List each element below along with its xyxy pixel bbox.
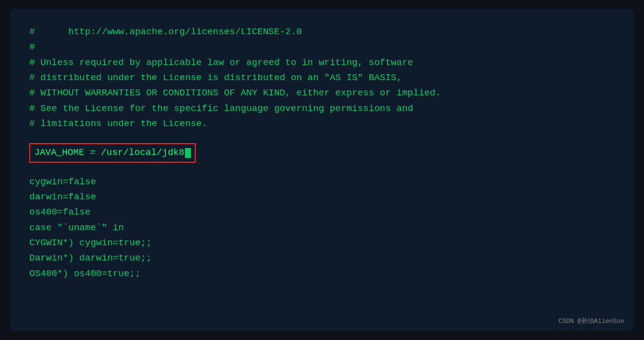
code-bottom-line-5: CYGWIN*) cygwin=true;; [29,235,615,251]
code-bottom-line-7: OS400*) os400=true;; [29,266,615,281]
code-line-1: # http://www.apache.org/licenses/LICENSE… [29,24,615,40]
code-content: # http://www.apache.org/licenses/LICENSE… [29,24,615,281]
cursor-block [185,148,191,158]
java-home-text: JAVA_HOME = /usr/local/jdk8 [34,147,184,158]
code-bottom-line-2: darwin=false [29,190,615,205]
code-line-4: # distributed under the License is distr… [29,70,615,85]
terminal-window: # http://www.apache.org/licenses/LICENSE… [10,9,634,331]
code-line-7: # limitations under the License. [29,116,615,131]
code-bottom-line-3: os400=false [29,205,615,220]
watermark-text: CSDN @孙治AllenSun [559,317,624,325]
code-line-3: # Unless required by applicable law or a… [29,55,615,70]
code-line-6: # See the License for the specific langu… [29,101,615,116]
code-bottom-line-6: Darwin*) darwin=true;; [29,251,615,266]
java-home-line[interactable]: JAVA_HOME = /usr/local/jdk8 [29,143,196,162]
code-line-5: # WITHOUT WARRANTIES OR CONDITIONS OF AN… [29,85,615,101]
code-bottom-line-1: cygwin=false [29,174,615,190]
code-bottom-line-4: case "`uname`" in [29,220,615,235]
code-line-2: # [29,40,615,55]
